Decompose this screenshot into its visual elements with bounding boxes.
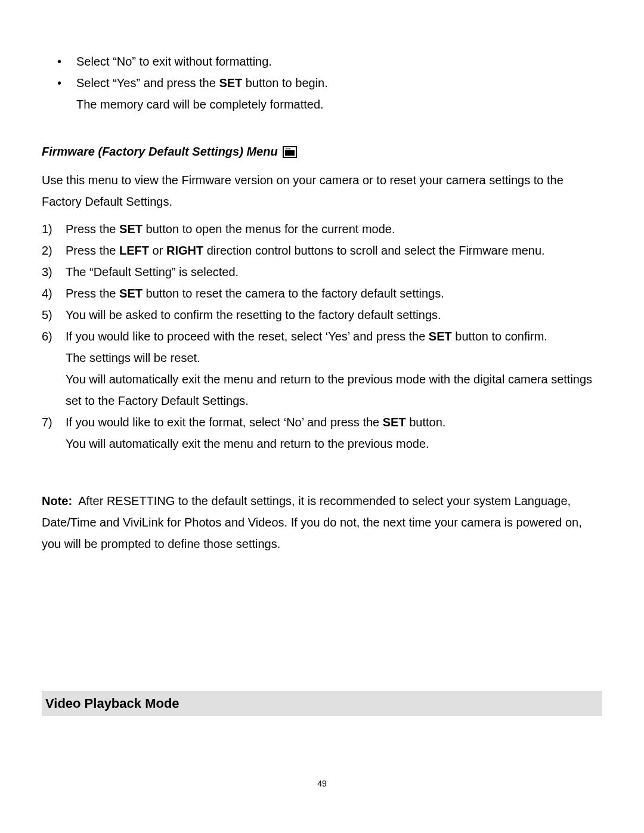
list-item: 1) Press the SET button to open the menu… [42,218,602,240]
bullet-marker: • [57,51,61,72]
list-item: 5) You will be asked to confirm the rese… [42,304,602,326]
document-page: • Select “No” to exit without formatting… [0,0,644,833]
firmware-heading: Firmware (Factory Default Settings) Menu [42,145,602,159]
note-text: After RESETTING to the default settings,… [42,494,582,550]
set-button-label: SET [383,416,406,429]
list-marker: 7) [42,411,52,433]
bullet-subtext: The memory card will be completely forma… [76,94,602,115]
step-text: If you would like to exit the format, se… [66,416,445,429]
video-playback-section-bar: Video Playback Mode [42,691,602,716]
step-subtext: The settings will be reset. [66,347,602,368]
bullet-text: Select “No” to exit without formatting. [76,55,272,68]
list-marker: 3) [42,261,52,283]
note-paragraph: Note: After RESETTING to the default set… [42,490,602,555]
list-marker: 2) [42,240,52,261]
set-button-label: SET [119,287,143,300]
list-item: 4) Press the SET button to reset the cam… [42,283,602,304]
bullet-item: • Select “No” to exit without formatting… [76,51,602,72]
step-text: The “Default Setting” is selected. [66,265,239,278]
step-subtext: You will automatically exit the menu and… [66,368,602,411]
step-text: You will be asked to confirm the resetti… [66,308,441,321]
list-item: 6) If you would like to proceed with the… [42,326,602,411]
firmware-intro: Use this menu to view the Firmware versi… [42,169,602,212]
section-bar-text: Video Playback Mode [45,696,179,711]
list-marker: 5) [42,304,52,326]
set-button-label: SET [219,76,242,89]
step-text: Press the SET button to reset the camera… [66,287,444,300]
svg-point-3 [287,148,289,149]
step-text: If you would like to proceed with the re… [66,330,547,343]
list-item: 2) Press the LEFT or RIGHT direction con… [42,240,602,261]
list-marker: 6) [42,326,52,347]
screen-icon [283,146,297,158]
list-marker: 4) [42,283,52,304]
bullet-marker: • [57,72,61,94]
svg-point-4 [289,148,290,149]
format-bullet-list: • Select “No” to exit without formatting… [42,51,602,115]
step-subtext: You will automatically exit the menu and… [66,433,602,454]
heading-text: Firmware (Factory Default Settings) Menu [42,145,278,159]
svg-rect-1 [285,150,295,156]
right-button-label: RIGHT [166,244,203,257]
bullet-item: • Select “Yes” and press the SET button … [76,72,602,115]
set-button-label: SET [429,330,452,343]
step-text: Press the SET button to open the menus f… [66,222,395,236]
bullet-text: Select “Yes” and press the SET button to… [76,76,328,89]
list-item: 3) The “Default Setting” is selected. [42,261,602,283]
firmware-steps-list: 1) Press the SET button to open the menu… [42,218,602,454]
page-number: 49 [0,779,644,788]
svg-point-2 [286,148,287,149]
note-label: Note: [42,494,72,507]
set-button-label: SET [119,222,143,236]
left-button-label: LEFT [119,244,149,257]
list-marker: 1) [42,218,52,240]
step-text: Press the LEFT or RIGHT direction contro… [66,244,545,257]
list-item: 7) If you would like to exit the format,… [42,411,602,454]
